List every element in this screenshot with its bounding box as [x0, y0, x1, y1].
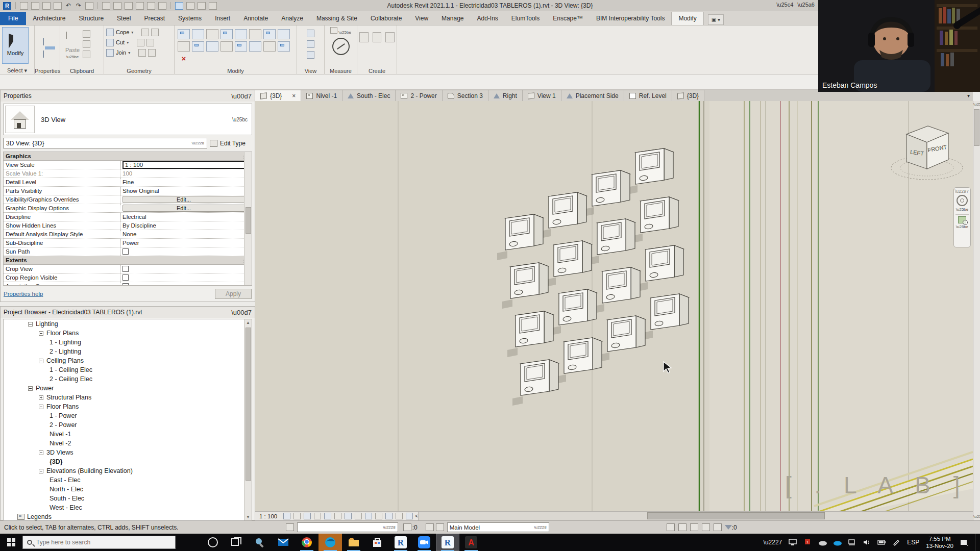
properties-header[interactable]: Properties \u00d7: [1, 90, 255, 102]
property-checkbox[interactable]: [122, 283, 129, 286]
view-scale-input[interactable]: 1 : 100: [122, 161, 250, 169]
tree-item-ceiling-plans[interactable]: Ceiling Plans: [4, 356, 252, 365]
geometry-join-dropdown-icon[interactable]: ▾: [128, 51, 130, 55]
view-tab-6[interactable]: View 1: [523, 90, 561, 101]
mirror-draw-axis-icon[interactable]: [220, 29, 233, 39]
property-value[interactable]: 100: [121, 169, 252, 178]
tree-item-nivel-2[interactable]: Nivel -2: [4, 439, 252, 448]
reveal-hidden-elements-icon[interactable]: [365, 513, 372, 519]
ribbon-tab-steel[interactable]: Steel: [110, 12, 137, 25]
beam-cutback-icon[interactable]: [137, 39, 144, 46]
crop-view-icon[interactable]: [334, 513, 341, 519]
render-style-box-icon[interactable]: [293, 513, 301, 519]
scroll-down-icon[interactable]: \u25bc: [973, 513, 980, 520]
project-browser-header[interactable]: Project Browser - Electricidad03 TABLERO…: [1, 307, 255, 318]
array-icon[interactable]: [220, 41, 233, 52]
horizontal-scroll-thumb[interactable]: [647, 512, 825, 519]
show-rendering-dialog-icon[interactable]: [324, 513, 331, 519]
select-panel-label[interactable]: Select ▾: [0, 67, 34, 74]
search-input[interactable]: [36, 539, 159, 546]
taskbar-app-zoom-app[interactable]: [412, 534, 436, 551]
sun-path-icon[interactable]: [304, 513, 311, 519]
offset-icon[interactable]: [192, 29, 204, 39]
select-pinned-elements-icon[interactable]: [690, 523, 698, 531]
wheel-dropdown-icon[interactable]: \u25be: [956, 207, 968, 212]
property-value[interactable]: Electrical: [121, 213, 252, 221]
view-tab-2[interactable]: South - Elec: [342, 90, 396, 101]
taskbar-app-revit[interactable]: R: [389, 534, 412, 551]
geometry-cut-button[interactable]: Cut: [116, 39, 125, 45]
taskbar-app-task-view[interactable]: [225, 534, 248, 551]
property-section-graphics[interactable]: Graphics: [4, 152, 252, 161]
apply-button[interactable]: Apply: [215, 289, 252, 299]
taskbar-app-explorer[interactable]: [342, 534, 365, 551]
split-element-icon[interactable]: [235, 29, 247, 39]
tree-item-structural-plans[interactable]: Structural Plans: [4, 393, 252, 402]
scroll-up-icon[interactable]: \u25b2: [973, 101, 980, 108]
ribbon-tab-annotate[interactable]: Annotate: [237, 12, 275, 25]
collapse-icon[interactable]: [39, 469, 43, 473]
property-value[interactable]: Edit...: [121, 204, 252, 212]
ribbon-tab-manage[interactable]: Manage: [435, 12, 470, 25]
property-checkbox[interactable]: [122, 274, 129, 281]
select-underlay-elements-icon[interactable]: [678, 523, 687, 531]
design-options-icon[interactable]: [426, 523, 434, 531]
tree-item-lighting[interactable]: Lighting: [4, 319, 252, 329]
copy-to-clipboard-icon[interactable]: [83, 51, 90, 58]
close-view-tab-icon[interactable]: ×: [292, 92, 296, 99]
battery-icon[interactable]: [877, 539, 886, 546]
viewcube[interactable]: LEFTFRONT: [888, 119, 970, 185]
properties-scrollbar[interactable]: [244, 152, 252, 285]
hide-isolate-bulb-icon[interactable]: [307, 30, 314, 37]
scale-icon[interactable]: [235, 41, 247, 52]
volume-icon[interactable]: [863, 539, 871, 546]
tree-item-1-power[interactable]: 1 - Power: [4, 411, 252, 420]
shadows-icon[interactable]: [314, 513, 321, 519]
properties-palette-button[interactable]: [37, 27, 63, 64]
taskbar-app-acrobat[interactable]: A: [459, 534, 483, 551]
mirror-pick-axis-icon[interactable]: [206, 29, 218, 39]
show-desktop-button[interactable]: [975, 534, 977, 551]
collapse-icon[interactable]: [39, 450, 43, 455]
copy-icon[interactable]: [178, 41, 190, 52]
remove-coping-icon[interactable]: [151, 29, 159, 36]
legend-component-icon[interactable]: [385, 32, 395, 42]
rotate-icon[interactable]: [192, 41, 204, 52]
view-tab-5[interactable]: Right: [488, 90, 523, 101]
taskbar-app-revit-active[interactable]: R: [436, 534, 459, 551]
worksharing-display-icon[interactable]: [375, 513, 382, 519]
tree-item-south-elec[interactable]: South - Elec: [4, 494, 252, 503]
geometry-cope-button[interactable]: Cope: [116, 29, 129, 35]
horizontal-scrollbar[interactable]: [418, 512, 973, 521]
move-icon[interactable]: [278, 29, 290, 39]
display-icon[interactable]: [789, 539, 797, 546]
ribbon-tab-bim-interoperability-tools[interactable]: BIM Interoperability Tools: [590, 12, 672, 25]
tree-item-nivel-1[interactable]: Nivel -1: [4, 430, 252, 439]
ribbon-tab-file[interactable]: File: [0, 12, 26, 25]
view-tab-3[interactable]: 2 - Power: [396, 90, 442, 101]
worksets-icon[interactable]: [286, 523, 294, 531]
close-navbar-icon[interactable]: \u2297: [954, 189, 969, 194]
highlight-displacement-icon[interactable]: [406, 513, 413, 519]
ribbon-tab-add-ins[interactable]: Add-Ins: [470, 12, 504, 25]
paint-icon[interactable]: [148, 49, 156, 57]
view-tab-4[interactable]: Section 3: [443, 90, 488, 101]
property-value[interactable]: Edit...: [121, 195, 252, 204]
ribbon-tab-architecture[interactable]: Architecture: [26, 12, 72, 25]
tree-item-floor-plans[interactable]: Floor Plans: [4, 329, 252, 338]
zoom-dropdown-icon[interactable]: \u25be: [956, 224, 968, 229]
view-tab-0[interactable]: {3D}×: [255, 90, 301, 101]
temporary-hide-isolate-icon[interactable]: [355, 513, 362, 519]
crop-region-icon[interactable]: [345, 513, 352, 519]
apply-coping-icon[interactable]: [141, 29, 149, 36]
drawing-area-3d-view[interactable]: [ . L A B ] LEFTFRONT \u2297 \u25be \u25…: [255, 101, 973, 511]
collapse-icon[interactable]: [39, 359, 43, 363]
ribbon-collapse-arrow-icon[interactable]: \u25c4: [776, 2, 793, 8]
trim-extend-single-icon[interactable]: [263, 41, 276, 52]
vertical-scrollbar[interactable]: \u25b2 \u25bc: [973, 101, 980, 520]
start-button[interactable]: [0, 534, 22, 551]
collapse-icon[interactable]: [39, 331, 43, 336]
ribbon-tab-precast[interactable]: Precast: [137, 12, 172, 25]
instance-selector-combobox[interactable]: 3D View: {3D} \u2228: [3, 138, 207, 148]
expand-icon[interactable]: [39, 395, 43, 400]
